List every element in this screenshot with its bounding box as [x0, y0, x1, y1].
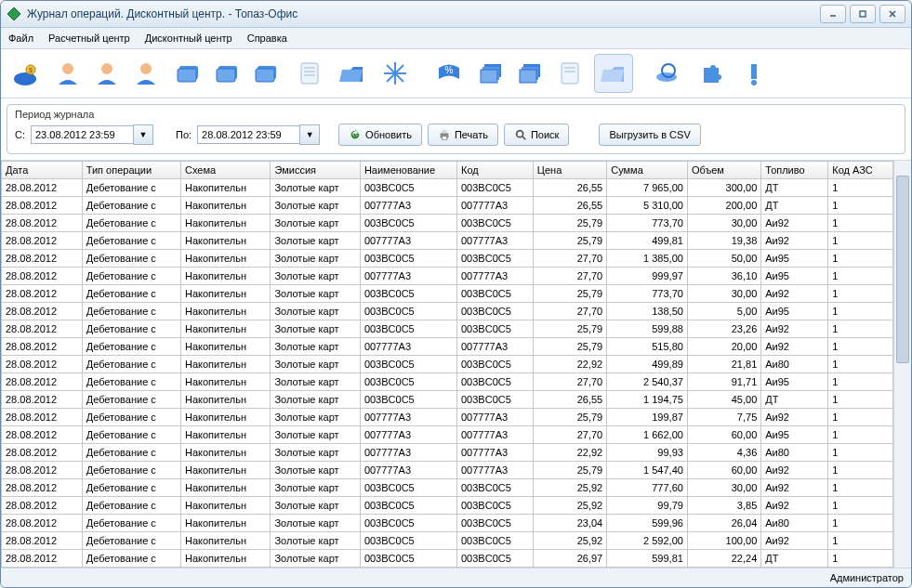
svg-rect-37: [751, 64, 757, 79]
menubar: Файл Расчетный центр Дисконтный центр Сп…: [1, 28, 911, 49]
refresh-icon: [349, 128, 362, 141]
magnifier-icon: [514, 128, 527, 141]
table-row[interactable]: 28.08.2012Дебетование сНакопительнЗолоты…: [2, 285, 893, 303]
svg-rect-28: [481, 70, 497, 83]
col-azs[interactable]: Код АЗС: [828, 162, 893, 179]
menu-help[interactable]: Справка: [247, 33, 287, 44]
export-csv-button[interactable]: Выгрузить в CSV: [599, 124, 700, 146]
content-area: Дата Тип операции Схема Эмиссия Наименов…: [1, 160, 911, 568]
table-row[interactable]: 28.08.2012Дебетование сНакопительнЗолоты…: [2, 338, 893, 356]
filter-panel: Период журнала С: ▼ По: ▼ Обновить Печат…: [7, 104, 905, 154]
toolbar-search-icon[interactable]: [650, 55, 687, 92]
col-vol[interactable]: Объем: [687, 162, 760, 179]
table-row[interactable]: 28.08.2012Дебетование сНакопительнЗолоты…: [2, 250, 893, 268]
col-emission[interactable]: Эмиссия: [271, 162, 360, 179]
svg-marker-0: [7, 7, 20, 20]
toolbar-cards1-icon[interactable]: [170, 55, 207, 92]
vertical-scrollbar[interactable]: [893, 161, 911, 568]
from-date-input[interactable]: [31, 125, 133, 144]
close-button[interactable]: [879, 5, 905, 23]
col-fuel[interactable]: Топливо: [761, 162, 828, 179]
from-date-dropdown[interactable]: ▼: [133, 124, 153, 145]
toolbar-folder2-icon[interactable]: [594, 54, 633, 93]
svg-rect-40: [442, 130, 446, 134]
table-row[interactable]: 28.08.2012Дебетование сНакопительнЗолоты…: [2, 232, 893, 250]
svg-rect-12: [178, 69, 196, 82]
svg-point-9: [101, 63, 112, 74]
table-row[interactable]: 28.08.2012Дебетование сНакопительнЗолоты…: [2, 197, 893, 215]
svg-point-5: [14, 72, 36, 85]
filter-legend: Период журнала: [15, 109, 897, 120]
to-label: По:: [176, 129, 192, 140]
header-row: Дата Тип операции Схема Эмиссия Наименов…: [2, 162, 893, 179]
svg-rect-14: [217, 69, 235, 82]
menu-calc-center[interactable]: Расчетный центр: [48, 33, 130, 44]
table-row[interactable]: 28.08.2012Дебетование сНакопительнЗолоты…: [2, 303, 893, 320]
toolbar-user2-icon[interactable]: [88, 55, 126, 92]
toolbar-folder-icon[interactable]: [334, 55, 371, 92]
minimize-button[interactable]: [820, 5, 846, 23]
svg-point-42: [517, 131, 523, 137]
table-row[interactable]: 28.08.2012Дебетование сНакопительнЗолоты…: [2, 373, 893, 391]
toolbar-notepad-icon[interactable]: [291, 55, 328, 92]
table-row[interactable]: 28.08.2012Дебетование сНакопительнЗолоты…: [2, 462, 893, 479]
menu-file[interactable]: Файл: [8, 33, 33, 44]
app-icon: [7, 7, 21, 21]
col-scheme[interactable]: Схема: [180, 162, 270, 179]
toolbar-info-icon[interactable]: [735, 55, 773, 92]
toolbar: $ %: [1, 49, 911, 98]
col-name[interactable]: Наименование: [360, 162, 456, 179]
col-op[interactable]: Тип операции: [82, 162, 180, 179]
col-code[interactable]: Код: [457, 162, 534, 179]
svg-rect-31: [520, 70, 536, 83]
toolbar-puzzle-icon[interactable]: [693, 55, 730, 92]
operations-grid[interactable]: Дата Тип операции Схема Эмиссия Наименов…: [1, 161, 893, 568]
toolbar-stack2-icon[interactable]: [512, 55, 549, 92]
window-title: Журнал операций. Дисконтный центр. - Топ…: [27, 7, 820, 20]
table-row[interactable]: 28.08.2012Дебетование сНакопительнЗолоты…: [2, 409, 893, 426]
col-price[interactable]: Цена: [533, 162, 606, 179]
menu-discount-center[interactable]: Дисконтный центр: [145, 33, 232, 44]
table-row[interactable]: 28.08.2012Дебетование сНакопительнЗолоты…: [2, 268, 893, 285]
table-row[interactable]: 28.08.2012Дебетование сНакопительнЗолоты…: [2, 215, 893, 232]
scrollbar-thumb[interactable]: [896, 176, 909, 363]
print-button[interactable]: Печать: [428, 124, 498, 146]
to-date-input[interactable]: [197, 125, 299, 144]
col-date[interactable]: Дата: [2, 162, 83, 179]
table-row[interactable]: 28.08.2012Дебетование сНакопительнЗолоты…: [2, 532, 893, 550]
table-row[interactable]: 28.08.2012Дебетование сНакопительнЗолоты…: [2, 426, 893, 444]
table-row[interactable]: 28.08.2012Дебетование сНакопительнЗолоты…: [2, 497, 893, 515]
maximize-button[interactable]: [850, 5, 876, 23]
toolbar-snowflake-icon[interactable]: [377, 55, 414, 92]
svg-point-8: [62, 63, 73, 74]
svg-rect-16: [256, 69, 274, 82]
toolbar-book-percent-icon[interactable]: %: [430, 55, 468, 92]
toolbar-cards3-icon[interactable]: [248, 55, 285, 92]
table-row[interactable]: 28.08.2012Дебетование сНакопительнЗолоты…: [2, 444, 893, 462]
toolbar-stack3-icon[interactable]: [551, 55, 588, 92]
svg-rect-41: [442, 137, 446, 140]
table-row[interactable]: 28.08.2012Дебетование сНакопительнЗолоты…: [2, 550, 893, 568]
statusbar: Администратор: [1, 568, 911, 587]
table-row[interactable]: 28.08.2012Дебетование сНакопительнЗолоты…: [2, 320, 893, 338]
toolbar-user3-icon[interactable]: [127, 55, 165, 92]
col-sum[interactable]: Сумма: [607, 162, 688, 179]
svg-text:%: %: [445, 65, 454, 75]
toolbar-stack1-icon[interactable]: [473, 55, 510, 92]
to-date-dropdown[interactable]: ▼: [299, 124, 320, 145]
svg-line-43: [522, 137, 526, 140]
svg-rect-32: [562, 63, 578, 84]
refresh-button[interactable]: Обновить: [338, 124, 422, 146]
toolbar-cards2-icon[interactable]: [209, 55, 246, 92]
table-row[interactable]: 28.08.2012Дебетование сНакопительнЗолоты…: [2, 356, 893, 373]
table-row[interactable]: 28.08.2012Дебетование сНакопительнЗолоты…: [2, 515, 893, 532]
svg-point-10: [140, 63, 152, 74]
printer-icon: [438, 128, 451, 141]
table-row[interactable]: 28.08.2012Дебетование сНакопительнЗолоты…: [2, 391, 893, 409]
table-row[interactable]: 28.08.2012Дебетование сНакопительнЗолоты…: [2, 179, 893, 197]
toolbar-user1-icon[interactable]: [49, 55, 86, 92]
table-row[interactable]: 28.08.2012Дебетование сНакопительнЗолоты…: [2, 479, 893, 497]
toolbar-money-icon[interactable]: $: [7, 55, 44, 92]
search-button[interactable]: Поиск: [504, 124, 569, 146]
titlebar: Журнал операций. Дисконтный центр. - Топ…: [1, 1, 911, 28]
